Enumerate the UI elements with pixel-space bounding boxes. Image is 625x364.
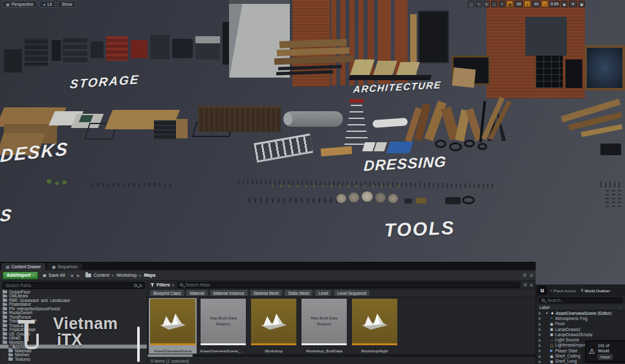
- prop-hose-coil: [449, 142, 462, 151]
- actor-label: Floor: [555, 321, 565, 326]
- outliner-row-AssetOverviewScene-Editor-[interactable]: ◉▼◆AssetOverviewScene (Editor): [536, 310, 625, 316]
- folder-icon: [3, 341, 7, 344]
- expander-caret-icon[interactable]: ▼: [545, 312, 549, 315]
- save-all-label: Save All: [49, 273, 65, 277]
- label-column-header[interactable]: Label: [540, 305, 549, 310]
- prop-crate: [195, 36, 220, 59]
- tab-place-actors[interactable]: + Place Actors: [548, 287, 578, 294]
- asset-tile-AssetOverviewScene_BuiltData[interactable]: Map Build Data RegistryAssetOverviewScen…: [199, 298, 247, 354]
- outliner-row-Floor[interactable]: ◉▣Floor: [536, 321, 625, 327]
- scale-tool-icon[interactable]: ◇: [491, 1, 498, 7]
- filter-chip-level-sequence[interactable]: Level Sequence: [334, 290, 369, 296]
- unreal-logo[interactable]: u: [538, 286, 547, 295]
- view-options-icon[interactable]: ≣: [529, 283, 533, 288]
- filter-chip-level[interactable]: Level: [315, 290, 331, 296]
- save-all-button[interactable]: ▣ Save All: [41, 272, 67, 279]
- prop-wood-wall: [198, 106, 281, 132]
- light-icon: ☼: [549, 338, 554, 342]
- lock-icon[interactable]: ⚙: [523, 283, 527, 288]
- visibility-eye-icon[interactable]: ◉: [536, 348, 543, 352]
- filter-chip-blueprint-class[interactable]: Blueprint Class: [150, 290, 184, 296]
- visibility-eye-icon[interactable]: ◉: [536, 359, 543, 363]
- folder-icon: [8, 349, 13, 352]
- outliner-row-LargeDraws2[interactable]: ◉▣LargeDraws2: [536, 327, 625, 332]
- asset-tile-AssetOverviewScene[interactable]: AssetOverviewScene: [149, 298, 197, 354]
- outliner-options-icon[interactable]: ⋮: [618, 305, 622, 310]
- mesh-icon: ▣: [549, 354, 554, 358]
- dock-options-icon[interactable]: ≣: [529, 273, 533, 278]
- scale-snap-icon[interactable]: ▱: [542, 1, 548, 7]
- folder-icon: [3, 324, 7, 327]
- visibility-eye-icon[interactable]: ◉: [536, 316, 543, 320]
- folder-icon: [3, 303, 7, 306]
- tab-world-outliner[interactable]: ≡ World Outliner: [579, 287, 612, 294]
- folder-icon: [3, 295, 7, 298]
- actor-label: Light Source: [555, 337, 579, 342]
- filter-chip-static-mesh[interactable]: Static Mesh: [285, 290, 312, 296]
- visibility-eye-icon[interactable]: ◉: [536, 322, 543, 326]
- outliner-search-input[interactable]: [546, 297, 620, 303]
- rotation-snap-icon[interactable]: ∠: [524, 1, 531, 7]
- prop-white-pipe: [373, 118, 408, 128]
- visibility-eye-icon[interactable]: ◉: [536, 354, 543, 358]
- visibility-eye-icon[interactable]: ◉: [536, 343, 543, 347]
- scale-snap-value[interactable]: 0.25: [549, 1, 560, 7]
- asset-tile-WorkshopNight[interactable]: WorkshopNight: [351, 298, 399, 354]
- filter-chip-material[interactable]: Material: [186, 290, 207, 296]
- folder-icon: [3, 332, 7, 336]
- breadcrumb-maps[interactable]: Maps: [144, 273, 156, 277]
- asset-tile-Workshop[interactable]: Workshop: [250, 298, 298, 354]
- add-import-button[interactable]: Add/Import ▾: [3, 272, 38, 279]
- tab-content-drawer[interactable]: ▤ Content Drawer: [1, 263, 45, 270]
- forward-button[interactable]: ▶: [76, 273, 81, 277]
- move-tool-icon[interactable]: ↖: [476, 1, 482, 7]
- select-tool-icon[interactable]: ◻: [468, 1, 474, 7]
- asset-name: AssetOverviewScene_BuiltData: [200, 348, 247, 353]
- content-browser-body: ≣ OceanFloorOMLibraryPBR_Graveyard_and_L…: [0, 281, 536, 364]
- world-space-icon[interactable]: ◐: [499, 1, 505, 7]
- notification-line2: Would: [598, 348, 613, 353]
- prop-bucket: [388, 194, 398, 203]
- viewport-toolbar-right: ◻ ↖ ↻ ◇ ◐ ▦ 10 ∠ 10 ▱ 0.25 ◉ 4 ▣: [468, 1, 585, 7]
- filter-chip-skeletal-mesh[interactable]: Skeletal Mesh: [250, 290, 283, 296]
- outliner-row-Atmospheric-Fog[interactable]: ◉≈Atmospheric Fog: [536, 316, 625, 321]
- sources-scrollbar[interactable]: [137, 327, 140, 362]
- grid-snap-value[interactable]: 10: [514, 1, 523, 7]
- filters-row: Filters ▾ ⚙ ≣: [148, 281, 536, 289]
- sources-search-input[interactable]: [5, 283, 133, 288]
- prop-crate: [52, 40, 61, 61]
- rotation-snap-value[interactable]: 10: [532, 1, 540, 7]
- viewport-3d[interactable]: STORAGE ARCHITECTURE DESKS DRESSING TOOL…: [0, 0, 625, 284]
- perspective-button[interactable]: ▦ Perspective: [2, 1, 38, 8]
- prop-window-opening: [525, 17, 567, 56]
- lit-mode-button[interactable]: ● Lit: [39, 1, 56, 8]
- breadcrumb-workshop[interactable]: Workshop: [116, 273, 137, 277]
- maximize-viewport-icon[interactable]: ▣: [578, 1, 585, 7]
- import-button[interactable]: Impor: [598, 354, 613, 359]
- camera-speed-icon[interactable]: ◉: [561, 1, 567, 7]
- settings-gear-icon[interactable]: ⚙: [523, 273, 527, 278]
- asset-tile-Workshop_BuiltData[interactable]: Map Build Data RegistryWorkshop_BuiltDat…: [300, 298, 348, 354]
- filter-chip-material-instance[interactable]: Material Instance: [210, 290, 248, 296]
- rotate-tool-icon[interactable]: ↻: [483, 1, 490, 7]
- prop-hose-coil: [464, 140, 475, 147]
- show-menu-button[interactable]: Show: [58, 1, 76, 8]
- world-outliner-label: World Outliner: [584, 288, 609, 293]
- outliner-row-LargeDraws2Empty[interactable]: ◉▣LargeDraws2Empty: [536, 332, 625, 337]
- breadcrumb-content[interactable]: Content: [94, 273, 110, 277]
- back-button[interactable]: ◀: [69, 273, 74, 277]
- filters-button[interactable]: Filters: [157, 283, 170, 287]
- world-outliner-icon: ≡: [581, 288, 584, 292]
- visibility-eye-icon[interactable]: ◉: [536, 338, 543, 342]
- player-icon: ▶: [549, 348, 554, 352]
- visibility-eye-icon[interactable]: ◉: [536, 332, 543, 336]
- assets-search-input[interactable]: [184, 282, 518, 288]
- camera-speed-value[interactable]: 4: [569, 1, 577, 7]
- tab-sequencer[interactable]: ▦ Sequencer: [47, 263, 82, 270]
- visibility-eye-icon[interactable]: ◉: [536, 311, 543, 315]
- grid-snap-icon[interactable]: ▦: [507, 1, 513, 7]
- prop-bucket: [336, 194, 346, 203]
- prop-floor-tile: [373, 61, 397, 76]
- visibility-eye-icon[interactable]: ◉: [536, 327, 543, 331]
- folder-item-Textures[interactable]: Textures: [0, 357, 147, 361]
